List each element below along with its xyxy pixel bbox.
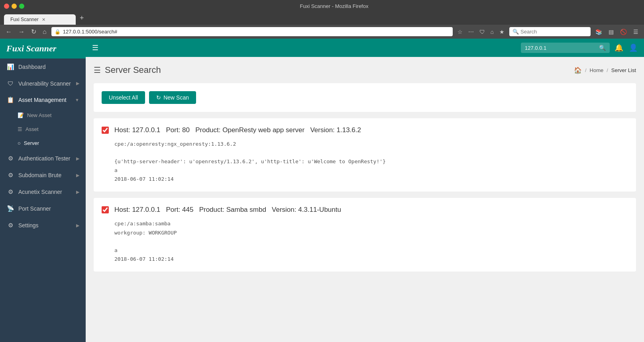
top-search-icon[interactable]: 🔍 — [599, 45, 606, 51]
minimize-button[interactable] — [12, 4, 17, 9]
breadcrumb-home-link[interactable]: Home — [590, 67, 604, 73]
chevron-right-icon: ▶ — [76, 81, 79, 86]
new-asset-icon: 📝 — [18, 112, 24, 118]
sidebar-item-acunetix-scanner[interactable]: ⚙ Acunetix Scanner ▶ — [0, 184, 86, 200]
sidebar-toggle-icon[interactable]: ▤ — [607, 28, 615, 36]
home-toolbar-icon[interactable]: ⌂ — [489, 28, 495, 36]
new-tab-button[interactable]: + — [76, 12, 88, 25]
result-checkbox-0[interactable] — [102, 127, 109, 134]
port-scanner-icon: 📡 — [6, 205, 14, 212]
dashboard-icon: 📊 — [6, 63, 14, 70]
sidebar-item-vulnerability-scanner[interactable]: 🛡 Vulnerability Scanner ▶ — [0, 75, 86, 92]
breadcrumb-sep-2: / — [607, 67, 608, 73]
sidebar-label-authentication-tester: Authentication Tester — [18, 155, 72, 162]
result-checkbox-1[interactable] — [102, 206, 109, 213]
page-header: ☰ Server Search 🏠 / Home / Server List — [94, 65, 636, 75]
new-scan-button[interactable]: ↻ New Scan — [149, 91, 196, 104]
main-content: ☰ Server Search 🏠 / Home / Server List U… — [86, 57, 644, 342]
sidebar-item-subdomain-brute[interactable]: ⚙ Subdomain Brute ▶ — [0, 167, 86, 184]
timestamp-0: 2018-06-07 11:02:14 — [114, 175, 628, 184]
version-0: 1.13.6.2 — [337, 126, 361, 134]
vulnerability-icon: 🛡 — [6, 80, 14, 87]
tab-close-icon[interactable]: ✕ — [42, 17, 45, 22]
overflow-menu-icon[interactable]: ☰ — [632, 28, 640, 36]
chevron-right-icon-sub: ▶ — [76, 173, 79, 178]
sidebar-label-subdomain-brute: Subdomain Brute — [18, 172, 72, 178]
hamburger-icon[interactable]: ☰ — [92, 43, 98, 52]
close-button[interactable] — [4, 4, 9, 9]
address-bar[interactable]: 🔒 127.0.0.1:5000/search# — [51, 27, 453, 36]
browser-tabs: Fuxi Scanner ✕ + — [4, 12, 640, 25]
sidebar-label-settings: Settings — [18, 222, 72, 229]
action-bar: Unselect All ↻ New Scan — [94, 83, 636, 112]
flag-0: a — [114, 166, 628, 175]
sidebar-item-dashboard[interactable]: 📊 Dashboard — [0, 59, 86, 75]
settings-icon: ⚙ — [6, 222, 14, 229]
sidebar-item-port-scanner[interactable]: 📡 Port Scanner — [0, 200, 86, 217]
sidebar-label-asset-management: Asset Management — [18, 97, 71, 103]
sidebar-label-port-scanner: Port Scanner — [18, 205, 79, 212]
star-icon[interactable]: ★ — [498, 28, 506, 36]
page-title: ☰ Server Search — [94, 65, 161, 75]
chevron-right-icon-auth: ▶ — [76, 156, 79, 161]
result-header-0: Host: 127.0.0.1 Port: 80 Product: OpenRe… — [102, 126, 628, 134]
port-0: 80 — [182, 126, 190, 134]
browser-search-input[interactable] — [520, 29, 587, 35]
app-container: Fuxi Scanner 📊 Dashboard 🛡 Vulnerability… — [0, 39, 644, 342]
product-0: OpenResty web app server — [222, 126, 304, 134]
cpe-1: cpe:/a:samba:samba — [114, 219, 628, 228]
sidebar-logo: Fuxi Scanner — [0, 39, 86, 59]
breadcrumb-current: Server List — [611, 67, 636, 73]
page-title-text: Server Search — [105, 65, 161, 75]
server-icon: ○ — [18, 140, 21, 146]
menu-icon[interactable]: ⋯ — [467, 28, 475, 36]
adblock-icon[interactable]: 🚫 — [618, 28, 628, 36]
sidebar-label-server: Server — [24, 140, 39, 146]
browser-chrome: Fuxi Scanner - Mozilla Firefox Fuxi Scan… — [0, 0, 644, 25]
maximize-button[interactable] — [19, 4, 24, 9]
search-icon: 🔍 — [512, 29, 519, 35]
subdomain-icon: ⚙ — [6, 172, 14, 179]
breadcrumb: 🏠 / Home / Server List — [574, 66, 636, 74]
flag-1: a — [114, 246, 628, 255]
home-button[interactable]: ⌂ — [41, 27, 48, 36]
library-icon[interactable]: 📚 — [594, 28, 604, 36]
browser-search-box[interactable]: 🔍 — [509, 27, 591, 36]
forward-button[interactable]: → — [17, 27, 26, 36]
acunetix-icon: ⚙ — [6, 188, 14, 195]
sidebar: Fuxi Scanner 📊 Dashboard 🛡 Vulnerability… — [0, 39, 86, 342]
shield-icon[interactable]: 🛡 — [478, 28, 487, 36]
chevron-right-icon-acu: ▶ — [76, 190, 79, 195]
sidebar-item-settings[interactable]: ⚙ Settings ▶ — [0, 217, 86, 234]
user-icon[interactable]: 👤 — [629, 43, 638, 52]
top-search-input[interactable] — [525, 45, 597, 51]
sidebar-item-authentication-tester[interactable]: ⚙ Authentication Tester ▶ — [0, 150, 86, 167]
page-title-icon: ☰ — [94, 65, 101, 75]
sidebar-item-asset-management[interactable]: 📋 Asset Management ▼ — [0, 92, 86, 108]
sidebar-label-vulnerability-scanner: Vulnerability Scanner — [18, 80, 72, 87]
sidebar-item-server[interactable]: ○ Server — [0, 136, 86, 150]
breadcrumb-home-icon[interactable]: 🏠 — [574, 66, 582, 74]
browser-controls — [4, 4, 24, 9]
extra-0: {u'http-server-header': u'openresty/1.13… — [114, 157, 628, 166]
version-1: 4.3.11-Ubuntu — [298, 206, 341, 213]
unselect-all-button[interactable]: Unselect All — [102, 91, 145, 104]
result-header-1: Host: 127.0.0.1 Port: 445 Product: Samba… — [102, 206, 628, 214]
product-1: Samba smbd — [226, 206, 266, 213]
top-nav-icons: 🔔 👤 — [615, 43, 638, 52]
result-card-1: Host: 127.0.0.1 Port: 445 Product: Samba… — [94, 198, 636, 271]
browser-tab-active[interactable]: Fuxi Scanner ✕ — [4, 14, 76, 25]
sidebar-nav: 📊 Dashboard 🛡 Vulnerability Scanner ▶ 📋 … — [0, 59, 86, 342]
notification-icon[interactable]: 🔔 — [615, 43, 623, 52]
tab-label: Fuxi Scanner — [10, 17, 39, 22]
breadcrumb-sep-1: / — [585, 67, 587, 73]
sidebar-item-new-asset[interactable]: 📝 New Asset — [0, 108, 86, 122]
host-0: 127.0.0.1 — [132, 126, 160, 134]
sidebar-item-asset[interactable]: ☰ Asset — [0, 122, 86, 136]
reload-button[interactable]: ↻ — [29, 27, 38, 36]
browser-title: Fuxi Scanner - Mozilla Firefox — [28, 3, 640, 9]
back-button[interactable]: ← — [4, 27, 14, 36]
top-search[interactable]: 🔍 — [521, 43, 610, 53]
bookmark-icon[interactable]: ☆ — [456, 28, 464, 36]
sidebar-label-acunetix-scanner: Acunetix Scanner — [18, 189, 72, 195]
